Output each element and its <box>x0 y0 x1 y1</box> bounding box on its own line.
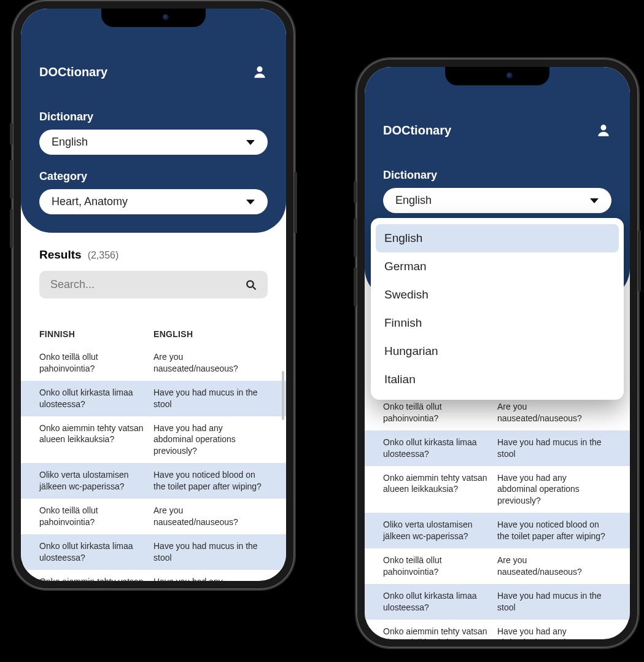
chevron-down-icon <box>246 198 255 206</box>
cell-english: Have you had mucus in the stool <box>153 387 268 410</box>
cell-english: Have you had mucus in the stool <box>497 437 611 460</box>
screen-b: DOCtionary Dictionary English EnglishGer… <box>365 67 630 639</box>
cell-finnish: Onko teillä ollut pahoinvointia? <box>383 401 497 424</box>
results-table: FINNISH ENGLISH Onko teillä ollut pahoin… <box>39 323 268 581</box>
dictionary-select-value: English <box>395 194 432 207</box>
dictionary-select[interactable]: English <box>383 188 611 213</box>
cell-english: Are you nauseated/nauseous? <box>153 351 268 375</box>
dropdown-option[interactable]: English <box>376 224 619 252</box>
cell-english: Have you had any abdominal operations pr… <box>153 423 268 458</box>
notch <box>101 9 206 27</box>
table-row[interactable]: Onko ollut kirkasta limaa ulosteessa?Hav… <box>365 584 630 620</box>
profile-icon[interactable] <box>596 122 611 138</box>
cell-english: Have you noticed blood on the toilet pap… <box>497 519 611 542</box>
cell-finnish: Onko ollut kirkasta limaa ulosteessa? <box>383 437 497 460</box>
dropdown-option[interactable]: German <box>371 252 624 281</box>
cell-english: Have you had any abdominal operations pr… <box>497 472 611 507</box>
cell-finnish: Onko ollut kirkasta limaa ulosteessa? <box>39 540 153 564</box>
chevron-down-icon <box>589 197 599 204</box>
cell-finnish: Onko ollut kirkasta limaa ulosteessa? <box>39 387 153 410</box>
svg-line-2 <box>253 287 256 290</box>
content-a: Results (2,356) FINNISH ENGLISH Onko tei… <box>21 233 286 581</box>
dropdown-option[interactable]: Italian <box>371 365 624 394</box>
dictionary-dropdown: EnglishGermanSwedishFinnishHungarianItal… <box>371 218 624 400</box>
category-label: Category <box>39 170 268 183</box>
table-row[interactable]: Oliko verta ulostamisen jälkeen wc-paper… <box>21 463 286 499</box>
category-select-value: Heart, Anatomy <box>52 195 128 208</box>
phone-mockup-b: DOCtionary Dictionary English EnglishGer… <box>356 58 638 648</box>
search-box[interactable] <box>39 271 268 298</box>
dictionary-label: Dictionary <box>39 111 268 123</box>
cell-english: Have you noticed blood on the toilet pap… <box>153 469 268 493</box>
cell-finnish: Onko teillä ollut pahoinvointia? <box>39 351 153 375</box>
col-header-right: ENGLISH <box>153 329 268 339</box>
cell-english: Are you nauseated/nauseous? <box>497 401 611 424</box>
table-row[interactable]: Onko aiemmin tehty vatsan alueen leikkau… <box>39 570 268 581</box>
dropdown-option[interactable]: Hungarian <box>371 337 624 365</box>
cell-finnish: Oliko verta ulostamisen jälkeen wc-paper… <box>39 469 153 493</box>
col-header-left: FINNISH <box>39 329 153 339</box>
results-table: FINNISH ENGLISH Onko teillä ollut pahoin… <box>383 373 611 639</box>
table-row[interactable]: Onko aiemmin tehty vatsan alueen leikkau… <box>383 466 611 513</box>
cell-finnish: Onko aiemmin tehty vatsan alueen leikkau… <box>39 423 153 458</box>
notch <box>445 67 549 85</box>
header-panel: DOCtionary Dictionary English Category H… <box>21 9 286 233</box>
cell-finnish: Onko aiemmin tehty vatsan alueen leikkau… <box>383 626 497 639</box>
cell-english: Have you had mucus in the stool <box>497 590 611 613</box>
table-row[interactable]: Onko ollut kirkasta limaa ulosteessa?Hav… <box>21 534 286 570</box>
cell-english: Have you had any abdominal operations pr… <box>153 576 268 581</box>
cell-finnish: Onko ollut kirkasta limaa ulosteessa? <box>383 590 497 613</box>
cell-finnish: Onko aiemmin tehty vatsan alueen leikkau… <box>39 576 153 581</box>
profile-icon[interactable] <box>252 64 268 80</box>
dropdown-option[interactable]: Finnish <box>371 309 624 337</box>
search-icon[interactable] <box>246 279 257 290</box>
header-panel: DOCtionary Dictionary English EnglishGer… <box>365 67 630 299</box>
dictionary-label: Dictionary <box>383 169 611 182</box>
cell-finnish: Onko teillä ollut pahoinvointia? <box>383 555 497 578</box>
table-row[interactable]: Onko aiemmin tehty vatsan alueen leikkau… <box>383 620 611 639</box>
table-row[interactable]: Onko teillä ollut pahoinvointia?Are you … <box>383 395 611 430</box>
cell-english: Are you nauseated/nauseous? <box>153 505 268 528</box>
svg-point-0 <box>257 66 262 72</box>
search-input[interactable] <box>50 278 246 291</box>
dictionary-select[interactable]: English <box>39 130 268 155</box>
table-row[interactable]: Onko aiemmin tehty vatsan alueen leikkau… <box>39 416 268 464</box>
results-count: (2,356) <box>88 250 119 261</box>
svg-point-1 <box>247 281 254 287</box>
cell-english: Are you nauseated/nauseous? <box>497 555 611 578</box>
app-title: DOCtionary <box>383 123 451 138</box>
cell-finnish: Onko aiemmin tehty vatsan alueen leikkau… <box>383 472 497 507</box>
cell-finnish: Onko teillä ollut pahoinvointia? <box>39 505 153 528</box>
cell-finnish: Oliko verta ulostamisen jälkeen wc-paper… <box>383 519 497 542</box>
table-row[interactable]: Onko ollut kirkasta limaa ulosteessa?Hav… <box>21 381 286 416</box>
table-row[interactable]: Onko teillä ollut pahoinvointia?Are you … <box>39 345 268 381</box>
table-row[interactable]: Onko ollut kirkasta limaa ulosteessa?Hav… <box>365 430 630 466</box>
svg-point-3 <box>600 125 606 130</box>
scrollbar[interactable] <box>282 371 284 420</box>
dictionary-select-value: English <box>52 136 88 149</box>
table-row[interactable]: Onko teillä ollut pahoinvointia?Are you … <box>383 548 611 584</box>
table-row[interactable]: Oliko verta ulostamisen jälkeen wc-paper… <box>365 513 630 548</box>
phone-mockup-a: DOCtionary Dictionary English Category H… <box>12 0 295 590</box>
app-title: DOCtionary <box>39 65 107 79</box>
chevron-down-icon <box>246 139 255 146</box>
results-label: Results <box>39 248 82 262</box>
screen-a: DOCtionary Dictionary English Category H… <box>21 9 286 581</box>
table-row[interactable]: Onko teillä ollut pahoinvointia?Are you … <box>39 499 268 534</box>
cell-english: Have you had mucus in the stool <box>153 540 268 564</box>
dropdown-option[interactable]: Swedish <box>371 281 624 309</box>
cell-english: Have you had any abdominal operations pr… <box>497 626 611 639</box>
category-select[interactable]: Heart, Anatomy <box>39 189 268 214</box>
